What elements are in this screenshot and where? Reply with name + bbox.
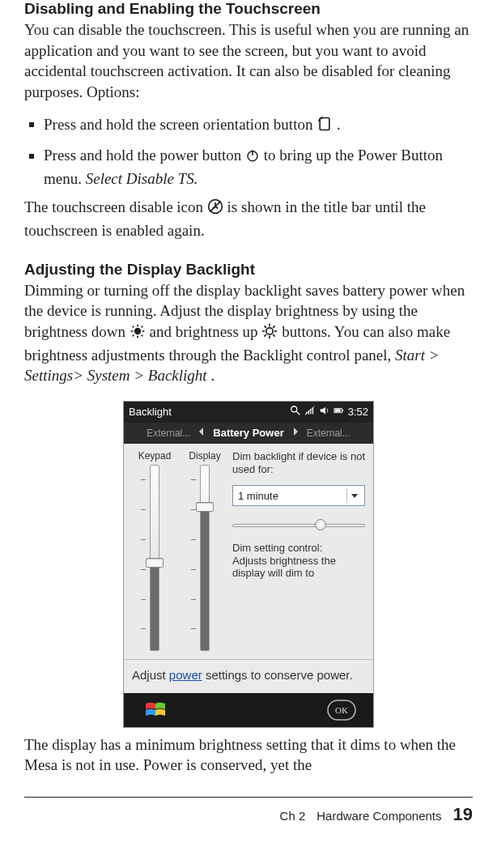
svg-line-12 xyxy=(141,335,142,337)
right-column: Dim backlight if device is not used for:… xyxy=(232,450,365,651)
device-screenshot: Backlight 3:52 External... Battery Power… xyxy=(123,401,374,728)
dim-timeout-value: 1 minute xyxy=(238,490,278,502)
tab-left-edge: External... xyxy=(147,428,190,439)
li2-text-c: Select Disable TS. xyxy=(86,170,198,187)
power-link[interactable]: power xyxy=(169,668,202,682)
svg-point-24 xyxy=(291,406,296,412)
titlebar-clock: 3:52 xyxy=(348,406,368,418)
page-root: Disabling and Enabling the Touchscreen Y… xyxy=(0,0,497,825)
svg-line-22 xyxy=(265,334,267,337)
section1-after: The touchscreen disable icon is shown in… xyxy=(24,197,473,240)
windows-flag-icon xyxy=(144,700,167,720)
figure-container: Backlight 3:52 External... Battery Power… xyxy=(24,401,473,728)
window-titlebar: Backlight 3:52 xyxy=(124,402,373,423)
li1-text-a: Press and hold the screen orientation bu… xyxy=(44,116,316,133)
titlebar-status-area: 3:52 xyxy=(290,405,368,419)
section-title-touchscreen: Disabling and Enabling the Touchscreen xyxy=(24,0,473,18)
svg-marker-27 xyxy=(320,407,325,415)
tab-strip: External... Battery Power External... xyxy=(124,423,373,444)
section-title-backlight: Adjusting the Display Backlight xyxy=(24,261,473,279)
bottom-pre: Adjust xyxy=(132,668,169,682)
li1-text-b: . xyxy=(337,116,341,133)
dim-setting-slider[interactable] xyxy=(232,517,365,532)
svg-marker-1 xyxy=(322,116,325,118)
panel-body: Keypad Display xyxy=(124,444,373,659)
signal-icon xyxy=(304,405,316,419)
ok-button[interactable]: OK xyxy=(323,698,360,722)
dim-timeout-select[interactable]: 1 minute xyxy=(232,485,365,506)
svg-line-21 xyxy=(274,334,276,337)
bottom-post: settings to conserve power. xyxy=(202,668,353,682)
touchscreen-disable-icon xyxy=(207,198,223,220)
bottom-message: Adjust power settings to conserve power. xyxy=(124,659,373,693)
dim-setting-desc: Adjusts brightness the display will dim … xyxy=(232,555,365,580)
svg-rect-0 xyxy=(320,117,329,130)
chevron-left-icon[interactable] xyxy=(197,427,206,439)
svg-marker-31 xyxy=(199,428,203,436)
section1-paragraph: You can disable the touchscreen. This is… xyxy=(24,19,473,103)
section2-paragraph: Dimming or turning off the display backl… xyxy=(24,280,473,386)
dim-setting-title: Dim setting control: xyxy=(232,542,365,555)
svg-marker-32 xyxy=(294,428,298,436)
footer-label: Hardware Components xyxy=(316,809,441,823)
svg-point-6 xyxy=(134,328,141,334)
svg-line-13 xyxy=(133,335,134,337)
after-a: The touchscreen disable icon xyxy=(24,198,207,215)
brightness-up-icon xyxy=(261,323,278,345)
dim-timeout-label: Dim backlight if device is not used for: xyxy=(232,450,365,475)
footer-chapter: Ch 2 xyxy=(280,809,306,823)
page-number: 19 xyxy=(453,804,473,825)
battery-icon xyxy=(333,405,345,419)
chevron-right-icon[interactable] xyxy=(291,427,300,439)
keypad-slider-col: Keypad xyxy=(132,450,177,651)
svg-rect-29 xyxy=(342,411,343,412)
tab-active[interactable]: Battery Power xyxy=(213,427,283,439)
display-slider-label: Display xyxy=(189,450,220,462)
li2-text-a: Press and hold the power button xyxy=(44,147,245,164)
display-slider-col: Display xyxy=(182,450,227,651)
p2-b: and brightness up xyxy=(150,323,262,340)
svg-line-11 xyxy=(133,326,134,328)
zoom-icon xyxy=(290,405,301,419)
keypad-slider[interactable] xyxy=(141,465,168,651)
brightness-down-icon xyxy=(130,323,146,345)
svg-line-20 xyxy=(265,326,267,328)
options-list: Press and hold the screen orientation bu… xyxy=(24,114,473,189)
list-item: Press and hold the screen orientation bu… xyxy=(24,114,473,138)
svg-rect-30 xyxy=(334,410,340,413)
window-title: Backlight xyxy=(129,406,172,418)
svg-point-15 xyxy=(266,328,273,334)
svg-marker-33 xyxy=(351,494,358,498)
chevron-down-icon xyxy=(346,488,361,503)
svg-line-25 xyxy=(296,411,299,415)
ok-label: OK xyxy=(335,705,348,715)
after-figure-paragraph: The display has a minimum brightness set… xyxy=(24,734,473,776)
start-button[interactable] xyxy=(137,698,174,722)
p2-d: . xyxy=(210,367,215,384)
list-item: Press and hold the power button to bring… xyxy=(24,145,473,189)
svg-line-23 xyxy=(274,326,276,328)
soft-key-bar: OK xyxy=(124,693,373,727)
dim-setting-block: Dim setting control: Adjusts brightness … xyxy=(232,542,365,580)
power-icon xyxy=(245,147,260,168)
tab-right-edge: External... xyxy=(307,428,350,439)
screen-orientation-icon xyxy=(316,116,333,138)
display-slider[interactable] xyxy=(191,465,219,651)
svg-line-14 xyxy=(141,326,142,328)
page-footer: Ch 2 Hardware Components 19 xyxy=(24,798,473,825)
volume-icon xyxy=(319,405,330,419)
keypad-slider-label: Keypad xyxy=(138,450,172,462)
